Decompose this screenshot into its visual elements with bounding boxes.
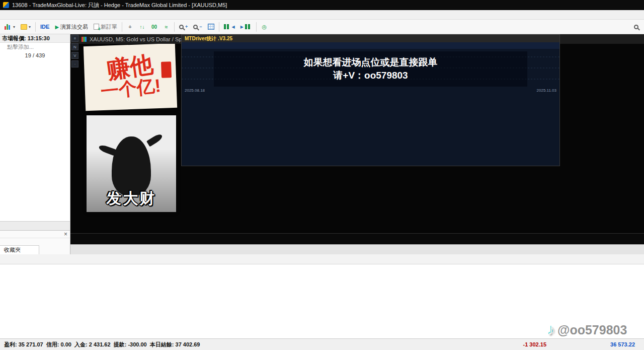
statue-figure	[112, 136, 151, 196]
play-icon: ▶	[55, 24, 59, 30]
meme-sticker-top: 赚他 一个亿!	[84, 44, 177, 111]
date-end: 2025.11.03	[537, 88, 556, 93]
arrow-left-icon: ◀	[232, 25, 235, 29]
meme-caption: 发大财	[87, 188, 176, 209]
chart-shift-left-button[interactable]: ◀	[221, 21, 237, 33]
mtdriver-panel: MTDriver统计 .V3.25 如果想看进场点位或是直接跟单 请+V：oo5…	[181, 34, 560, 166]
wave-button[interactable]: ≈	[160, 21, 172, 33]
new-chart-icon	[5, 24, 12, 30]
window-titlebar: 13608 - TradeMaxGlobal-Live: 只讀 - Hedge …	[0, 0, 644, 10]
market-watch-title: 市場報價: 13:15:30	[0, 34, 70, 43]
market-watch-tabs	[0, 221, 70, 230]
updown-arrows-button[interactable]: ↑↓	[136, 21, 148, 33]
window-title: 13608 - TradeMaxGlobal-Live: 只讀 - Hedge …	[12, 2, 227, 9]
profiles-button[interactable]: ▾	[18, 21, 33, 33]
wave-icon: ≈	[165, 24, 168, 30]
chart-mini-button-4[interactable]: ·	[71, 60, 78, 67]
market-watch-add-symbol[interactable]: 點擊添加...	[0, 43, 70, 51]
zoom-in-icon	[179, 25, 184, 29]
candles-icon	[245, 24, 252, 30]
arrow-right-icon: ▶	[240, 25, 244, 29]
trade-history-panel	[0, 254, 644, 338]
chart-tab-bar	[70, 244, 644, 254]
mtdriver-title: MTDriver统计 .V3.25	[182, 35, 559, 42]
equity-graph: 如果想看进场点位或是直接跟单 请+V：oo579803 2025.08.18 2…	[182, 49, 559, 93]
profiles-icon	[21, 24, 27, 30]
trade-table-header	[0, 254, 644, 264]
objects-button[interactable]: ◎	[259, 21, 270, 33]
tab-favorites[interactable]: 收藏夾	[0, 245, 39, 254]
chart-window: XAUUSD, M5: Gold vs US Dollar / Spot 赚他 …	[70, 34, 644, 254]
app-icon	[3, 2, 9, 8]
chart-title: XAUUSD, M5: Gold vs US Dollar / Spot	[90, 36, 187, 42]
search-button[interactable]	[630, 21, 642, 33]
left-column: 市場報價: 13:15:30 點擊添加... 19 / 439 × 收藏夾	[0, 34, 70, 254]
toolbar-separator	[219, 22, 219, 32]
updown-arrows-icon: ↑↓	[140, 24, 145, 30]
toolbar-separator	[122, 22, 122, 32]
pause-icon: 00	[151, 24, 157, 30]
banner-line-2: 请+V：oo579803	[333, 70, 408, 82]
search-icon	[634, 25, 638, 29]
target-icon: ◎	[262, 24, 267, 30]
chevron-down-icon: ▾	[13, 25, 15, 29]
tile-windows-button[interactable]	[205, 21, 217, 33]
red-seal-icon	[161, 61, 172, 78]
zoom-out-icon	[193, 25, 198, 29]
favorites-panel: × 收藏夾	[0, 231, 70, 254]
zoom-in-button[interactable]: +	[177, 21, 190, 33]
chart-quick-buttons: ≡ N V ·	[71, 35, 78, 67]
new-order-button[interactable]: 新訂單	[91, 21, 120, 33]
ide-button[interactable]: IDE	[38, 21, 52, 33]
account-summary: 盈利: 35 271.07 信用: 0.00 入金: 2 431.62 提款: …	[0, 341, 200, 348]
close-icon[interactable]: ×	[64, 231, 67, 238]
contact-banner: 如果想看进场点位或是直接跟单 请+V：oo579803	[214, 51, 527, 87]
date-start: 2025.08.18	[185, 88, 205, 93]
menubar	[0, 10, 644, 20]
time-axis[interactable]	[70, 233, 644, 244]
commission-total: -1 302.15	[503, 341, 546, 347]
pause-button[interactable]: 00	[148, 21, 160, 33]
status-bar: 盈利: 35 271.07 信用: 0.00 入金: 2 431.62 提款: …	[0, 338, 644, 350]
weekly-stats-table	[182, 93, 559, 166]
new-order-icon	[94, 24, 99, 30]
chart-mini-button-2[interactable]: N	[71, 43, 78, 50]
chart-icon	[82, 37, 87, 42]
grid-icon	[208, 24, 214, 30]
toolbar-separator	[256, 22, 257, 32]
market-watch-panel: 市場報價: 13:15:30 點擊添加... 19 / 439	[0, 34, 70, 231]
toolbar-separator	[174, 22, 175, 32]
algo-trading-button[interactable]: ▶ 演算法交易	[52, 21, 91, 33]
market-watch-counter: 19 / 439	[0, 51, 70, 59]
candles-icon	[224, 24, 230, 30]
mtdriver-tabs	[182, 42, 559, 49]
chart-mini-button-1[interactable]: ≡	[71, 35, 78, 42]
banner-line-1: 如果想看进场点位或是直接跟单	[304, 57, 438, 68]
toolbar: ▾ ▾ IDE ▶ 演算法交易 新訂單 + ↑↓ 00 ≈ + − ◀ ▶ ◎	[0, 20, 644, 34]
crosshair-icon: +	[128, 24, 131, 30]
chevron-down-icon: ▾	[29, 25, 31, 29]
chart-shift-right-button[interactable]: ▶	[238, 21, 254, 33]
new-chart-button[interactable]: ▾	[2, 21, 18, 33]
toolbar-separator	[35, 22, 36, 32]
profit-total: 36 573.22	[546, 341, 640, 347]
favorites-header: ×	[0, 231, 70, 238]
main-area: 市場報價: 13:15:30 點擊添加... 19 / 439 × 收藏夾 XA…	[0, 34, 644, 254]
crosshair-button[interactable]: +	[124, 21, 136, 33]
zoom-out-button[interactable]: −	[191, 21, 204, 33]
chart-mini-button-3[interactable]: V	[71, 52, 78, 59]
meme-photo: 发大财	[87, 115, 176, 212]
